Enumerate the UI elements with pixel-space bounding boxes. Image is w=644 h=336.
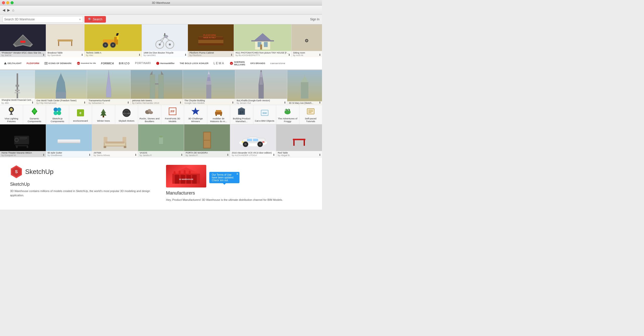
manufacturers-heading: Manufacturers bbox=[166, 190, 312, 196]
product-item-5[interactable]: 2016 Alexander XC5 V8 (4 door edition) b… bbox=[230, 124, 276, 157]
back-icon[interactable]: ◀ bbox=[3, 8, 5, 12]
download-icon-3[interactable]: ⬇ bbox=[184, 53, 187, 57]
product-item-6[interactable]: Red Table by Abigail B. ⬇ bbox=[276, 124, 322, 157]
svg-rect-2 bbox=[20, 41, 25, 43]
brand-kohler[interactable]: THE BOLD LOCK KOHLER bbox=[180, 62, 209, 65]
category-item-4[interactable]: Winter trees bbox=[92, 105, 115, 124]
building-item-3[interactable]: petronas twin towers. by Carlos Hernande… bbox=[131, 70, 183, 105]
building-download-6[interactable]: ⬇ bbox=[319, 101, 321, 104]
maximize-button[interactable] bbox=[11, 1, 14, 4]
featured-item-0[interactable]: *Protector* Venator-II/GC class Star Des… bbox=[0, 24, 46, 57]
featured-item-2[interactable]: Technic 3489 A by Alec ⬇ bbox=[85, 24, 142, 57]
category-item-0[interactable]: Visa Lighting Fixtures bbox=[0, 105, 23, 124]
category-item-6[interactable]: Rocks, Stones and Boulders bbox=[138, 105, 161, 124]
product-item-1[interactable]: 6k style Gutter by Goodbrews ⬇ bbox=[46, 124, 92, 157]
category-item-10[interactable]: Building Product Manufact... bbox=[230, 105, 253, 124]
brand-hermanmiller[interactable]: HermanMiller bbox=[156, 62, 175, 65]
traffic-lights bbox=[2, 1, 14, 4]
building-download-1[interactable]: ⬇ bbox=[84, 101, 86, 104]
brand-caesarstone[interactable]: caesarstone bbox=[270, 62, 285, 65]
building-item-5[interactable]: Burj Khalifa (Google Earth Version) by J… bbox=[235, 70, 288, 105]
category-item-2[interactable]: SketchUp Components bbox=[46, 105, 69, 124]
product-item-0[interactable]: Home Theater Marantz 8802A by Ezequiel M… bbox=[0, 124, 46, 157]
signin-link[interactable]: Sign In bbox=[310, 18, 319, 21]
category-icon-11: BIM bbox=[259, 107, 270, 118]
brand-formica[interactable]: FORMICA bbox=[101, 62, 114, 65]
brand-bosch[interactable]: BOSCH Invented for life bbox=[77, 62, 96, 65]
download-icon-0[interactable]: ⬇ bbox=[43, 53, 45, 57]
building-download-2[interactable]: ⬇ bbox=[127, 101, 129, 104]
terms-popup[interactable]: ✕ Our Terms of Use have been updated. Ch… bbox=[209, 172, 239, 183]
category-item-1[interactable]: Dynamic Components bbox=[23, 105, 46, 124]
building-download-4[interactable]: ⬇ bbox=[232, 101, 234, 104]
featured-item-6[interactable]: ⚙ Sitting room by Arch M. ⬇ bbox=[292, 24, 322, 57]
search-input[interactable] bbox=[4, 18, 79, 21]
category-item-12[interactable]: The Adventures of Froggy bbox=[276, 105, 299, 124]
search-button[interactable]: 🔍 Search bbox=[85, 16, 106, 23]
product-download-5[interactable]: ⬇ bbox=[273, 153, 275, 157]
building-item-1[interactable]: One World Trade Center (Freedom Tower) b… bbox=[35, 70, 87, 105]
building-item-4[interactable]: The Chrysler Building Google Geo Models … bbox=[183, 70, 235, 105]
product-download-0[interactable]: ⬇ bbox=[43, 153, 45, 157]
category-item-7[interactable]: FF FormFonts 3D Models bbox=[161, 105, 184, 124]
brand-lema[interactable]: LEMA bbox=[214, 62, 225, 65]
featured-item-3[interactable]: 1898 De Dion Bouton Tricycle by cam2961 … bbox=[142, 24, 188, 57]
brand-plexform[interactable]: PLEXFORM bbox=[27, 62, 39, 65]
svg-rect-5 bbox=[71, 41, 72, 46]
product-item-label-1: 6k style Gutter by Goodbrews bbox=[46, 151, 92, 157]
product-item-2[interactable]: 29756K by Sierra Mòves ⬇ bbox=[92, 124, 138, 157]
terms-close-icon[interactable]: ✕ bbox=[236, 172, 238, 176]
svg-text:SKYLARK: SKYLARK bbox=[122, 112, 131, 115]
warehouse-image: 3D WAREHOUSE bbox=[166, 165, 206, 187]
building-download-0[interactable]: ⬇ bbox=[31, 101, 34, 104]
category-item-5[interactable]: SKYLARK Skylark Motors bbox=[115, 105, 138, 124]
category-item-3[interactable]: e ecoScorecard bbox=[69, 105, 92, 124]
forward-icon[interactable]: ▶ bbox=[7, 8, 10, 12]
featured-item-4[interactable]: PLEXFORM MADE IN ITALY Plexform Piuma Ca… bbox=[188, 24, 234, 57]
home-icon[interactable]: ⌂ bbox=[12, 8, 14, 12]
download-icon-2[interactable]: ⬇ bbox=[138, 53, 141, 57]
building-item-2[interactable]: Transamerica Pyramid by Sebastian S. ⬇ bbox=[87, 70, 131, 105]
svg-point-117 bbox=[289, 110, 290, 111]
svg-point-12 bbox=[112, 44, 114, 46]
brand-deltalight[interactable]: DELTALIGHT bbox=[4, 62, 22, 65]
category-item-8[interactable]: 3D Challenge Winners bbox=[184, 105, 207, 124]
featured-item-1[interactable]: Breakout Table by Opendesk ⬇ bbox=[46, 24, 85, 57]
svg-rect-35 bbox=[264, 42, 268, 47]
download-icon-6[interactable]: ⬇ bbox=[319, 53, 321, 57]
download-icon-1[interactable]: ⬇ bbox=[81, 53, 83, 57]
brand-icons-denmark[interactable]: ICONS OF DENMARK bbox=[44, 62, 72, 65]
product-item-4[interactable]: PORTA DE MADEIRA by Jandra P. ⬇ bbox=[184, 124, 230, 157]
svg-rect-33 bbox=[255, 41, 270, 50]
minimize-button[interactable] bbox=[6, 1, 9, 4]
product-download-4[interactable]: ⬇ bbox=[227, 153, 229, 157]
product-item-3[interactable]: VASOS by Jandra P. ⬇ bbox=[138, 124, 184, 157]
featured-item-5[interactable]: #011 PHOTOMATCHED from picture TINY HOUS… bbox=[234, 24, 292, 57]
product-download-6[interactable]: ⬇ bbox=[319, 153, 321, 157]
svg-rect-72 bbox=[301, 82, 308, 99]
sketchup-logo: S SketchUp bbox=[10, 165, 156, 179]
building-download-5[interactable]: ⬇ bbox=[284, 101, 286, 104]
category-item-11[interactable]: BIM Cat-e BIM Objects bbox=[253, 105, 276, 124]
close-button[interactable] bbox=[2, 1, 5, 4]
category-item-9[interactable]: mobilier de Maisons du m... bbox=[207, 105, 230, 124]
building-item-6[interactable]: 3D St Mary Ave (Sketch... ⬇ bbox=[287, 70, 322, 105]
svg-text:S: S bbox=[15, 170, 18, 174]
product-download-1[interactable]: ⬇ bbox=[89, 153, 91, 157]
building-item-0[interactable]: Shanghai World Financial Center // 上海环球金… bbox=[0, 70, 35, 105]
category-item-13[interactable]: Self-paced Tutorials bbox=[299, 105, 322, 124]
category-icon-0 bbox=[6, 107, 17, 116]
brand-sherwin[interactable]: SW SHERWINWILLIAMS bbox=[230, 61, 245, 66]
building-download-3[interactable]: ⬇ bbox=[179, 101, 182, 104]
brand-portinari[interactable]: PORTINARI bbox=[135, 62, 151, 65]
svg-point-86 bbox=[57, 111, 61, 115]
brand-brizo[interactable]: BRIZO bbox=[119, 62, 130, 65]
brand-ofs[interactable]: OFS BRANDS bbox=[250, 62, 265, 65]
product-download-2[interactable]: ⬇ bbox=[135, 153, 137, 157]
download-icon-4[interactable]: ⬇ bbox=[230, 53, 233, 57]
download-icon-5[interactable]: ⬇ bbox=[288, 53, 290, 57]
product-download-3[interactable]: ⬇ bbox=[181, 153, 183, 157]
svg-text:FF: FF bbox=[171, 110, 175, 113]
featured-item-label-3: 1898 De Dion Bouton Tricycle by cam2961 bbox=[142, 51, 188, 57]
svg-rect-48 bbox=[15, 90, 20, 91]
